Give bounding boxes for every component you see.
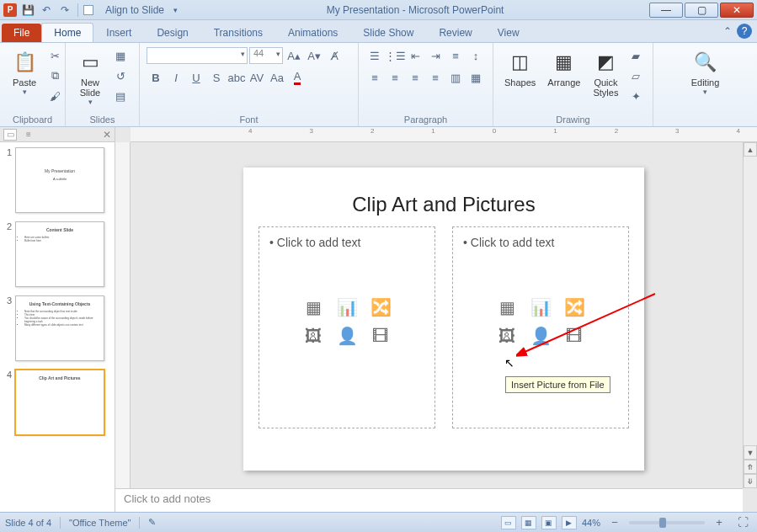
bullets-icon[interactable]: ☰	[365, 46, 384, 65]
slide-thumbnail[interactable]: 2 Content SlideHere are some bulletsBull…	[3, 221, 111, 287]
underline-button[interactable]: U	[187, 68, 205, 87]
quick-styles-button[interactable]: ◩Quick Styles	[588, 46, 623, 100]
paste-button[interactable]: 📋 Paste ▾	[7, 46, 42, 98]
format-painter-icon[interactable]: 🖌	[45, 87, 64, 105]
undo-icon[interactable]: ↶	[39, 3, 54, 18]
insert-tab[interactable]: Insert	[93, 23, 144, 42]
outline-tab-icon[interactable]: ≡	[22, 129, 35, 141]
slide-thumbnail[interactable]: 3 Using Text-Containing ObjectsNote that…	[3, 295, 111, 361]
insert-picture-icon[interactable]: 🖼	[298, 323, 328, 348]
insert-smartart-icon[interactable]: 🔀	[559, 295, 589, 320]
shapes-button[interactable]: ◫Shapes	[500, 46, 540, 90]
bold-button[interactable]: B	[147, 68, 165, 87]
smartart-icon[interactable]: ▦	[466, 68, 485, 87]
scroll-up-icon[interactable]: ▲	[744, 142, 757, 157]
align-center-icon[interactable]: ≡	[386, 68, 404, 87]
text-direction-icon[interactable]: ↕	[466, 46, 485, 65]
italic-button[interactable]: I	[167, 68, 185, 87]
review-tab[interactable]: Review	[426, 23, 484, 42]
vertical-scrollbar[interactable]: ▲ ▼ ⤊ ⤋	[743, 142, 757, 488]
zoom-slider[interactable]	[629, 521, 705, 524]
sorter-view-icon[interactable]: ▦	[521, 516, 536, 529]
fit-to-window-icon[interactable]: ⛶	[733, 513, 752, 532]
change-case-icon[interactable]: Aa	[268, 68, 286, 87]
next-slide-icon[interactable]: ⤋	[744, 474, 757, 488]
grow-font-icon[interactable]: A▴	[285, 46, 303, 65]
cut-icon[interactable]: ✂	[45, 46, 64, 65]
columns-icon[interactable]: ▥	[446, 68, 465, 87]
insert-clipart-icon[interactable]: 👤	[525, 323, 556, 348]
normal-view-icon[interactable]: ▭	[501, 516, 516, 529]
new-slide-button[interactable]: ▭ New Slide ▾	[72, 46, 108, 109]
save-icon[interactable]: 💾	[20, 3, 35, 18]
view-tab[interactable]: View	[485, 23, 532, 42]
thumbnail-panel-close-icon[interactable]: ✕	[103, 129, 111, 141]
left-content-placeholder[interactable]: Click to add text ▦ 📊 🔀 🖼 👤 🎞	[259, 226, 435, 428]
shapes-icon: ◫	[507, 49, 534, 76]
font-color-icon[interactable]: A	[288, 68, 307, 87]
minimize-ribbon-icon[interactable]: ⌃	[723, 25, 732, 37]
insert-table-icon[interactable]: ▦	[492, 295, 522, 320]
editing-button[interactable]: 🔍Editing▾	[687, 46, 724, 98]
numbering-icon[interactable]: ⋮☰	[386, 46, 404, 65]
section-icon[interactable]: ▤	[111, 87, 130, 105]
notes-pane[interactable]: Click to add notes	[115, 488, 743, 512]
file-tab[interactable]: File	[2, 24, 41, 42]
insert-picture-icon[interactable]: 🖼	[492, 323, 522, 348]
theme-name: "Office Theme"	[69, 518, 131, 528]
align-right-icon[interactable]: ≡	[406, 68, 424, 87]
increase-indent-icon[interactable]: ⇥	[426, 46, 445, 65]
slides-tab-icon[interactable]: ▭	[3, 129, 17, 141]
minimize-button[interactable]: —	[649, 3, 683, 18]
insert-media-icon[interactable]: 🎞	[559, 323, 589, 348]
align-left-icon[interactable]: ≡	[365, 68, 384, 87]
slideshow-view-icon[interactable]: ▶	[562, 516, 577, 529]
transitions-tab[interactable]: Transitions	[201, 23, 275, 42]
zoom-in-icon[interactable]: +	[710, 513, 728, 532]
close-button[interactable]: ✕	[720, 3, 754, 18]
spellcheck-icon[interactable]: ✎	[148, 517, 156, 528]
shape-outline-icon[interactable]: ▱	[626, 66, 645, 85]
shape-fill-icon[interactable]: ▰	[626, 46, 645, 65]
design-tab[interactable]: Design	[144, 23, 200, 42]
animations-tab[interactable]: Animations	[275, 23, 350, 42]
insert-media-icon[interactable]: 🎞	[365, 323, 396, 348]
shrink-font-icon[interactable]: A▾	[305, 46, 323, 65]
slide-thumbnail[interactable]: 4 Clip Art and Pictures	[3, 370, 111, 435]
font-size-combo[interactable]: 44▾	[249, 47, 283, 64]
justify-icon[interactable]: ≡	[426, 68, 445, 87]
decrease-indent-icon[interactable]: ⇤	[406, 46, 424, 65]
reading-view-icon[interactable]: ▣	[541, 516, 557, 529]
slide-thumbnail[interactable]: 1 My PresentationA subtitle	[3, 147, 111, 213]
prev-slide-icon[interactable]: ⤊	[744, 460, 757, 474]
font-name-combo[interactable]: ▾	[147, 47, 248, 64]
slide-title-placeholder[interactable]: Clip Art and Pictures	[243, 168, 644, 226]
insert-table-icon[interactable]: ▦	[298, 295, 328, 320]
shadow-button[interactable]: S	[207, 68, 226, 87]
insert-chart-icon[interactable]: 📊	[525, 295, 556, 320]
char-spacing-icon[interactable]: AV	[248, 68, 266, 87]
insert-chart-icon[interactable]: 📊	[332, 295, 362, 320]
qat-customize-icon[interactable]: ▾	[168, 3, 183, 18]
layout-icon[interactable]: ▦	[111, 46, 130, 65]
copy-icon[interactable]: ⧉	[45, 66, 64, 85]
reset-icon[interactable]: ↺	[111, 66, 130, 85]
zoom-out-icon[interactable]: −	[605, 513, 624, 532]
scroll-down-icon[interactable]: ▼	[744, 445, 757, 460]
line-spacing-icon[interactable]: ≡	[446, 46, 465, 65]
slideshow-tab[interactable]: Slide Show	[350, 23, 426, 42]
help-icon[interactable]: ?	[737, 24, 752, 39]
shape-effects-icon[interactable]: ✦	[626, 87, 645, 105]
arrange-button[interactable]: ▦Arrange	[543, 46, 584, 90]
slide-canvas-area[interactable]: Clip Art and Pictures Click to add text …	[131, 142, 757, 488]
home-tab[interactable]: Home	[41, 23, 93, 42]
strikethrough-button[interactable]: abc	[227, 68, 246, 87]
right-content-placeholder[interactable]: Click to add text ▦ 📊 🔀 🖼 👤 🎞	[452, 226, 629, 428]
align-to-slide-checkbox[interactable]	[83, 5, 93, 15]
redo-icon[interactable]: ↷	[57, 3, 72, 18]
insert-clipart-icon[interactable]: 👤	[332, 323, 362, 348]
ribbon-tabstrip: File Home Insert Design Transitions Anim…	[0, 20, 757, 43]
maximize-button[interactable]: ▢	[685, 3, 718, 18]
insert-smartart-icon[interactable]: 🔀	[365, 295, 396, 320]
clear-formatting-icon[interactable]: A̸	[325, 46, 344, 65]
